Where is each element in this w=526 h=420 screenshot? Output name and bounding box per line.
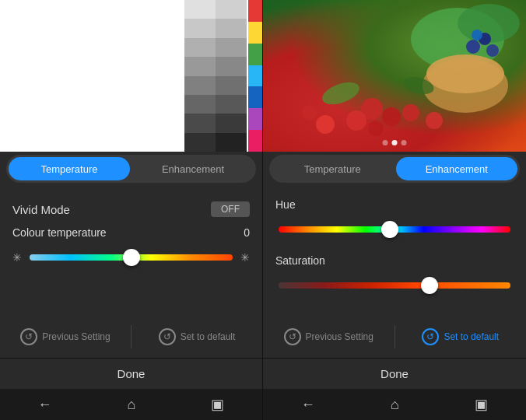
tab-enhancement-left[interactable]: Enhancement [132,157,254,180]
hue-thumb[interactable] [381,221,398,238]
r-dot-2 [392,140,398,145]
svg-point-13 [316,115,335,134]
swatch [216,133,247,152]
r-home-icon[interactable]: ⌂ [391,397,399,413]
swatch [184,76,216,95]
left-dots [119,140,143,145]
right-tab-bar: Temperature Enhancement [269,155,520,183]
r-prev-icon: ↺ [284,328,301,345]
right-bottom-buttons: ↺ Previous Setting ↺ Set to default [263,322,526,358]
temp-thumb[interactable] [123,249,140,266]
svg-point-9 [466,40,480,54]
cold-icon: ✳ [12,251,22,264]
home-icon[interactable]: ⌂ [128,397,136,413]
right-previous-label: Previous Setting [306,331,373,342]
temp-slider-wrapper: ✳ ✳ [12,248,250,267]
r-back-icon[interactable]: ← [301,397,315,413]
yellow-swatch [248,22,262,44]
saturation-label: Saturation [275,254,325,267]
hue-slider[interactable] [279,220,510,239]
default-icon: ↺ [159,328,176,345]
color-swatches [0,0,262,152]
svg-point-5 [382,107,401,126]
recents-icon[interactable]: ▣ [211,396,224,413]
color-strip [248,0,262,152]
svg-point-8 [368,121,384,136]
dot-2 [128,140,134,145]
fruits-svg [263,0,526,152]
cyan-swatch [248,65,262,87]
left-default-button[interactable]: ↺ Set to default [138,322,256,352]
gray-col-1 [184,0,216,152]
svg-point-14 [302,105,317,121]
sat-thumb[interactable] [421,277,438,294]
left-previous-label: Previous Setting [42,331,110,342]
warm-icon: ✳ [240,251,250,264]
swatch [216,76,247,95]
swatch [216,0,247,19]
saturation-slider[interactable] [279,276,510,295]
tab-temperature-right[interactable]: Temperature [272,157,394,180]
vivid-mode-row: Vivid Mode OFF [12,201,250,217]
r-dot-3 [402,140,407,145]
svg-point-7 [402,104,419,121]
left-panel: Temperature Enhancement Vivid Mode OFF C… [0,0,263,420]
prev-icon: ↺ [20,328,37,345]
right-done-label: Done [380,367,409,380]
r-default-icon: ↺ [422,328,439,345]
right-image-area [263,0,526,152]
right-default-button[interactable]: ↺ Set to default [402,322,521,352]
swatch [216,38,247,57]
swatch [184,19,216,37]
swatch [184,38,216,57]
left-image-area [0,0,262,152]
left-content: Vivid Mode OFF Colour temperature 0 ✳ ✳ [0,186,262,322]
svg-point-15 [426,112,443,129]
right-default-label: Set to default [444,331,499,342]
tab-temperature-left[interactable]: Temperature [9,157,130,180]
swatch [184,0,216,19]
green-swatch [248,44,262,65]
right-done-bar[interactable]: Done [263,358,526,389]
fruits-image [263,0,526,152]
left-default-label: Set to default [181,331,236,342]
swatch [184,133,216,152]
left-tab-bar: Temperature Enhancement [6,155,256,183]
swatch [184,95,216,114]
left-previous-button[interactable]: ↺ Previous Setting [6,322,124,352]
red-swatch [248,0,262,22]
back-icon[interactable]: ← [38,397,52,413]
blue-swatch [248,86,262,108]
svg-point-6 [346,110,366,131]
colour-temp-row: Colour temperature 0 [12,226,250,239]
hue-label: Hue [275,198,296,211]
svg-point-12 [472,30,482,40]
right-panel: Temperature Enhancement Hue Saturation ↺… [263,0,526,420]
divider [131,325,132,348]
white-area [0,0,184,152]
sat-track [279,282,510,289]
vivid-mode-label: Vivid Mode [12,203,70,216]
tab-enhancement-right[interactable]: Enhancement [396,157,518,180]
left-bottom-buttons: ↺ Previous Setting ↺ Set to default [0,322,262,358]
right-previous-button[interactable]: ↺ Previous Setting [269,322,388,352]
svg-point-11 [486,44,499,57]
vivid-toggle[interactable]: OFF [211,201,250,217]
r-divider [394,325,395,348]
swatch [216,57,247,75]
colour-temp-label: Colour temperature [12,226,107,239]
saturation-row: Saturation [275,254,514,267]
colour-temp-value: 0 [244,226,250,239]
svg-point-16 [319,78,362,109]
pink-swatch [248,130,262,152]
temp-slider[interactable] [30,248,233,267]
r-recents-icon[interactable]: ▣ [475,396,488,413]
left-done-bar[interactable]: Done [0,358,262,389]
right-content: Hue Saturation [263,186,526,322]
purple-swatch [248,108,262,130]
right-nav-bar: ← ⌂ ▣ [263,389,526,420]
swatch [216,95,247,114]
hue-row: Hue [275,198,514,211]
swatch [216,19,247,37]
swatch [184,57,216,75]
